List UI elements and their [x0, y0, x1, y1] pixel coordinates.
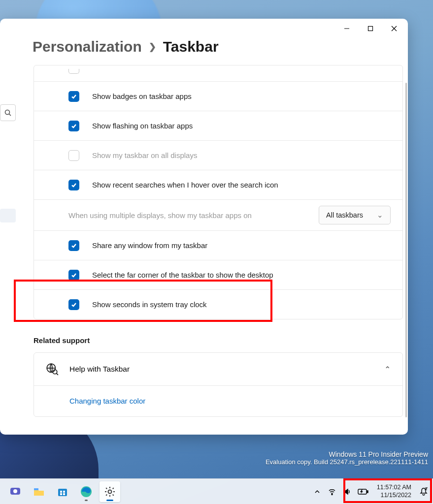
checkbox-cutoff: [68, 69, 79, 74]
windows-watermark: Windows 11 Pro Insider Preview Evaluatio…: [266, 450, 428, 466]
support-link-changing-color[interactable]: Changing taskbar color: [69, 397, 145, 405]
setting-label: Select the far corner of the taskbar to …: [92, 271, 391, 279]
svg-rect-15: [60, 493, 62, 495]
taskbar: 11:57:02 AM 11/15/2022: [0, 478, 433, 504]
support-title: Help with Taskbar: [69, 365, 373, 374]
tray-battery-icon[interactable]: [357, 487, 369, 496]
content-area: Show badges on taskbar apps Show flashin…: [0, 65, 408, 435]
setting-row-share-window[interactable]: Share any window from my taskbar: [34, 230, 402, 260]
svg-line-6: [57, 374, 58, 375]
setting-label: Show my taskbar on all displays: [92, 151, 391, 159]
watermark-line1: Windows 11 Pro Insider Preview: [266, 450, 428, 458]
folder-icon: [33, 485, 45, 498]
tray-overflow-button[interactable]: [313, 487, 322, 496]
support-link-row: Changing taskbar color: [34, 385, 402, 416]
breadcrumb-current: Taskbar: [163, 38, 219, 55]
search-icon: [4, 109, 11, 116]
setting-row-recent-searches[interactable]: Show recent searches when I hover over t…: [34, 170, 402, 199]
taskbar-app-explorer[interactable]: [29, 481, 49, 502]
chevron-up-icon: [314, 489, 320, 495]
setting-row-multi-displays: When using multiple displays, show my ta…: [34, 199, 402, 230]
taskbar-app-store[interactable]: [52, 481, 73, 502]
checkbox-show-seconds[interactable]: [68, 299, 79, 310]
edge-icon: [80, 485, 93, 498]
clock-date: 11/15/2022: [377, 492, 411, 500]
taskbar-app-settings[interactable]: [100, 481, 120, 502]
svg-rect-11: [34, 488, 38, 490]
checkbox-recent-searches[interactable]: [68, 180, 79, 190]
battery-icon: [358, 488, 368, 495]
taskbar-pinned-apps: [5, 481, 120, 502]
svg-point-18: [108, 490, 112, 493]
sidebar-search-button[interactable]: [0, 104, 16, 121]
svg-rect-12: [58, 489, 67, 496]
tray-wifi-icon[interactable]: [328, 487, 336, 496]
speaker-icon: [343, 488, 351, 496]
svg-rect-21: [367, 491, 368, 493]
bell-snooze-icon: [419, 487, 428, 497]
taskbar-app-chat[interactable]: [5, 481, 26, 502]
settings-window: Personalization ❯ Taskbar Show badges on…: [0, 19, 408, 435]
setting-label: Share any window from my taskbar: [92, 241, 391, 250]
setting-row-flashing[interactable]: Show flashing on taskbar apps: [34, 111, 402, 140]
svg-line-8: [9, 114, 11, 116]
checkbox-badges[interactable]: [68, 91, 79, 102]
minimize-button[interactable]: [335, 19, 359, 38]
tray-notifications-icon[interactable]: [419, 487, 428, 496]
running-indicator: [85, 500, 88, 501]
chevron-up-icon[interactable]: ⌃: [384, 365, 391, 374]
chevron-down-icon: ⌄: [377, 211, 383, 219]
maximize-button[interactable]: [359, 19, 382, 38]
clock-time: 11:57:02 AM: [377, 484, 411, 492]
tray-clock[interactable]: 11:57:02 AM 11/15/2022: [375, 484, 413, 499]
svg-rect-13: [60, 491, 62, 493]
setting-label: Show flashing on taskbar apps: [92, 122, 391, 130]
related-support-heading: Related support: [33, 336, 403, 345]
svg-point-7: [5, 110, 10, 115]
running-indicator: [106, 500, 113, 501]
checkbox-all-displays: [68, 150, 79, 161]
tray-volume-icon[interactable]: [342, 487, 351, 496]
chat-icon: [9, 485, 22, 498]
setting-row-show-seconds[interactable]: Show seconds in system tray clock: [34, 289, 402, 319]
system-tray: 11:57:02 AM 11/15/2022: [313, 484, 428, 499]
watermark-line2: Evaluation copy. Build 25247.rs_prerelea…: [266, 458, 428, 466]
titlebar: [0, 19, 408, 38]
svg-point-19: [332, 494, 333, 495]
setting-row-badges[interactable]: Show badges on taskbar apps: [34, 81, 402, 111]
svg-point-10: [13, 489, 17, 493]
breadcrumb-parent[interactable]: Personalization: [33, 38, 142, 55]
checkbox-flashing[interactable]: [68, 121, 79, 131]
checkbox-far-corner[interactable]: [68, 270, 79, 281]
dropdown-selected: All taskbars: [326, 211, 363, 219]
setting-row-all-displays: Show my taskbar on all displays: [34, 140, 402, 170]
gear-icon: [104, 486, 116, 498]
setting-label: Show seconds in system tray clock: [92, 300, 391, 309]
svg-rect-14: [63, 491, 65, 493]
sidebar-active-item[interactable]: [0, 209, 16, 222]
setting-label: Show badges on taskbar apps: [92, 92, 391, 100]
support-card: Help with Taskbar ⌃ Changing taskbar col…: [33, 352, 403, 417]
svg-rect-16: [63, 493, 65, 495]
breadcrumb: Personalization ❯ Taskbar: [0, 38, 408, 65]
scrollbar-thumb[interactable]: [405, 83, 407, 417]
support-row-help[interactable]: Help with Taskbar ⌃: [34, 353, 402, 385]
setting-label: Show recent searches when I hover over t…: [92, 181, 391, 189]
dropdown-taskbar-apps-on[interactable]: All taskbars ⌄: [319, 206, 391, 224]
globe-search-icon: [46, 363, 59, 376]
setting-row-far-corner[interactable]: Select the far corner of the taskbar to …: [34, 260, 402, 289]
svg-rect-1: [368, 27, 373, 31]
store-icon: [56, 485, 69, 498]
chevron-right-icon: ❯: [149, 41, 156, 52]
wifi-icon: [328, 488, 336, 496]
settings-list: Show badges on taskbar apps Show flashin…: [33, 65, 403, 319]
checkbox-share-window[interactable]: [68, 240, 79, 251]
taskbar-app-edge[interactable]: [76, 481, 97, 502]
list-row-cutoff: [34, 65, 402, 81]
close-button[interactable]: [382, 19, 406, 38]
setting-label: When using multiple displays, show my ta…: [68, 211, 312, 220]
